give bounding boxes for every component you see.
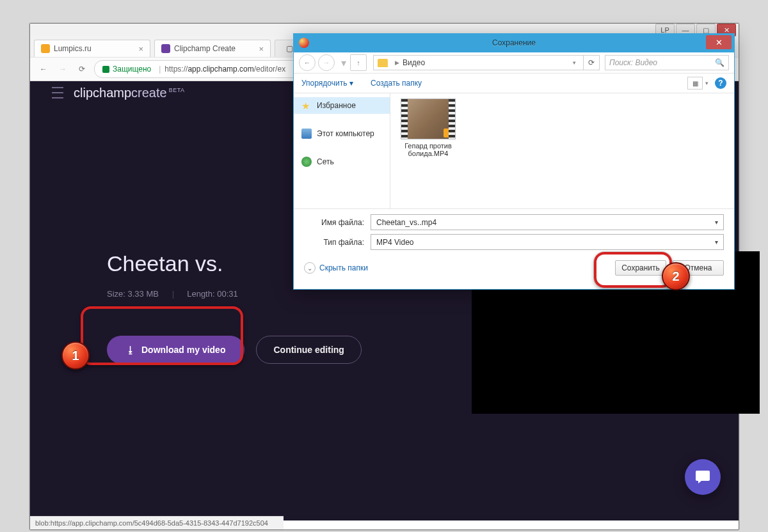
- annotation-highlight-2: [594, 252, 672, 288]
- size-label: Size: 3.33 MB: [107, 289, 159, 299]
- sidebar-favorites[interactable]: ★Избранное: [294, 97, 390, 114]
- search-input[interactable]: Поиск: Видео 🔍: [605, 55, 729, 70]
- refresh-button[interactable]: ⟳: [583, 55, 600, 70]
- tab-close-icon[interactable]: ×: [138, 44, 143, 54]
- annotation-badge-1: 1: [61, 341, 90, 370]
- back-button[interactable]: ←: [36, 62, 51, 76]
- organize-menu[interactable]: Упорядочить ▾: [301, 79, 353, 88]
- filename-input[interactable]: Cheetan_vs..mp4▾: [371, 214, 724, 230]
- tab-lumpics[interactable]: Lumpics.ru ×: [34, 40, 150, 57]
- sidebar-computer[interactable]: Этот компьютер: [294, 125, 390, 142]
- filename-label: Имя файла:: [304, 218, 364, 227]
- nav-back-button[interactable]: ←: [299, 54, 316, 71]
- menu-icon[interactable]: [52, 87, 63, 98]
- annotation-highlight-1: [81, 306, 243, 365]
- filetype-label: Тип файла:: [304, 238, 364, 247]
- clipchamp-logo: clipchampcreateBETA: [74, 86, 184, 100]
- tab-clipchamp[interactable]: Clipchamp Create ×: [154, 40, 271, 57]
- star-icon: ★: [301, 100, 312, 111]
- breadcrumb-bar[interactable]: ▶ Видео ▾: [373, 55, 584, 70]
- meta-divider: [173, 291, 173, 299]
- dialog-close-button[interactable]: ✕: [706, 35, 732, 49]
- reload-button[interactable]: ⟳: [75, 62, 89, 76]
- video-thumb: [401, 98, 456, 139]
- collapse-icon: ⌄: [304, 262, 316, 274]
- file-list[interactable]: Гепард против болида.MP4: [390, 93, 734, 208]
- dialog-toolbar: Упорядочить ▾ Создать папку ▦ ▾ ?: [294, 74, 734, 93]
- status-bar: blob:https://app.clipchamp.com/5c494d68-…: [30, 516, 284, 529]
- favicon-icon: [41, 44, 50, 53]
- hide-folders-toggle[interactable]: ⌄Скрыть папки: [304, 262, 368, 274]
- annotation-badge-2: 2: [662, 262, 690, 290]
- dialog-nav: ← → ▾ ↑ ▶ Видео ▾ ⟳ Поиск: Видео 🔍: [294, 52, 734, 74]
- dialog-title: Сохранение: [492, 38, 536, 47]
- help-button[interactable]: ?: [715, 77, 726, 89]
- tab-label: Clipchamp Create: [174, 44, 236, 53]
- intercom-launcher[interactable]: [685, 459, 721, 495]
- breadcrumb-label: Видео: [403, 58, 425, 67]
- dialog-titlebar: Сохранение ✕: [294, 33, 734, 52]
- play-badge-icon: [444, 129, 454, 137]
- nav-up-button[interactable]: ↑: [350, 54, 367, 71]
- search-icon: 🔍: [715, 58, 724, 67]
- nav-forward-button[interactable]: →: [318, 54, 335, 71]
- length-label: Length: 00:31: [187, 289, 238, 299]
- secure-label: Защищено: [113, 65, 151, 74]
- favicon-icon: [161, 44, 170, 53]
- filetype-select[interactable]: MP4 Video▾: [371, 234, 724, 250]
- new-folder-button[interactable]: Создать папку: [371, 79, 422, 88]
- tab-close-icon[interactable]: ×: [259, 44, 264, 54]
- file-item[interactable]: Гепард против болида.MP4: [398, 98, 458, 157]
- computer-icon: [301, 129, 312, 139]
- file-name: Гепард против болида.MP4: [398, 142, 458, 157]
- network-icon: [301, 157, 312, 167]
- lock-icon: [102, 66, 109, 73]
- view-mode-button[interactable]: ▦: [687, 77, 703, 90]
- sidebar-network[interactable]: Сеть: [294, 153, 390, 170]
- video-meta: Size: 3.33 MB Length: 00:31: [107, 289, 465, 299]
- tab-label: Lumpics.ru: [54, 44, 92, 53]
- chat-icon: [694, 468, 712, 486]
- save-dialog: Сохранение ✕ ← → ▾ ↑ ▶ Видео ▾ ⟳ Поиск: …: [293, 33, 735, 290]
- forward-button[interactable]: →: [56, 62, 70, 76]
- dialog-sidebar: ★Избранное Этот компьютер Сеть: [294, 93, 390, 208]
- continue-editing-button[interactable]: Continue editing: [256, 336, 361, 364]
- folder-icon: [378, 59, 388, 67]
